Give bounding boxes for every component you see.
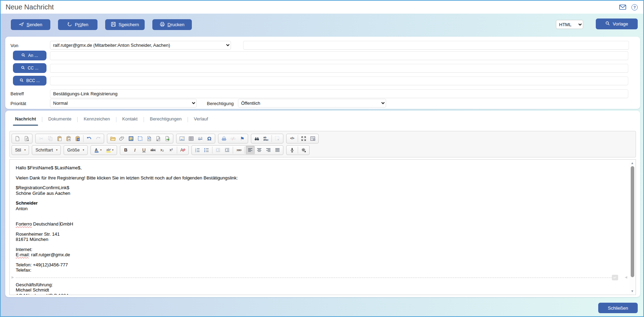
berechtigung-select[interactable]: Öffentlich [238,99,386,108]
mail-icon[interactable] [619,3,627,11]
preview-button[interactable] [22,134,31,143]
speichern-button[interactable]: Speichern [105,19,145,30]
anchor-button[interactable]: ⚑ [238,134,247,143]
vorlage-button[interactable]: Vorlage [596,19,638,29]
tab-dokumente[interactable]: Dokumente [48,114,72,126]
textcolor-button[interactable]: A▾ [92,146,104,154]
new-doc-button[interactable] [13,134,22,143]
an-label: An ... [28,53,38,58]
justify-button[interactable] [273,146,282,154]
text-run: Deutschland [32,221,60,227]
von-select[interactable]: ralf.rutger@gmx.de (Mitarbeiter:Anton Sc… [50,41,231,50]
tab-kontakt[interactable]: Kontakt [122,114,138,126]
undo-button[interactable] [85,134,94,143]
editor-toolbar: ✂AWAΩ⚑ab ⇄ac</> Stil▾Schriftart▾Größe▾A▾… [9,131,636,157]
underline-button[interactable]: U [139,146,149,154]
betreff-label: Betreff [10,91,24,96]
maximize-button[interactable] [299,134,308,143]
bgcolor-button[interactable]: ab▾ [104,146,116,154]
sub-button[interactable]: x₂ [158,146,167,154]
von-label: Von [10,43,18,48]
groesse-dropdown[interactable]: Größe▾ [64,145,87,155]
an-button[interactable]: An ... [13,51,46,60]
removeformat-button[interactable]: A [178,146,187,154]
hrule-button[interactable]: A [196,134,205,143]
find-button[interactable] [252,134,261,143]
prioritaet-select[interactable]: Normal [50,99,197,108]
message-line: 81671 München [16,237,629,242]
bcc-input[interactable] [50,76,628,85]
quote-button[interactable]: ”” [234,146,243,154]
text-run: Vielen Dank für Ihre Registrierung! Bitt… [16,175,238,180]
an-input[interactable] [50,51,628,60]
schriftart-dropdown-label: Schriftart [35,148,53,153]
message-line: Hallo $FirstName$ $LastName$, [16,165,629,171]
align-center-button[interactable] [255,146,264,154]
pruefen-button[interactable]: Prüfen [58,19,97,30]
paste-word-button[interactable]: W [73,134,82,143]
message-line: Schöne Grüße aus Aachen [16,191,629,196]
gear-button[interactable] [299,146,308,154]
toolbar-group: ab ⇄ac [251,134,283,143]
separator-left-arrow-icon: ▶ [12,275,14,279]
tab-kennzeichen[interactable]: Kennzeichen [83,114,110,126]
omega-button[interactable]: Ω [205,134,214,143]
cc-button[interactable]: CC ... [13,63,46,73]
drucken-button[interactable]: Drucken [152,19,192,30]
cc-input[interactable] [50,64,628,73]
link-button[interactable] [219,134,229,143]
format-select[interactable]: HTML [556,20,583,29]
scroll-up-icon[interactable]: ▲ [629,161,635,165]
senden-button[interactable]: Senden [11,19,50,30]
paste-text-button[interactable]: A [64,134,73,143]
schriftart-dropdown[interactable]: Schriftart▾ [32,145,61,155]
align-left-button[interactable] [246,146,255,154]
schliessen-button[interactable]: Schließen [598,303,638,313]
image-button[interactable] [178,134,187,143]
signature-button[interactable] [154,134,163,143]
text-run: Telefax: [16,267,31,273]
export-button[interactable] [163,134,172,143]
betreff-input[interactable] [50,89,628,98]
source-button[interactable]: </> [288,134,297,143]
toolbar-separator [244,147,245,154]
editor-toolbar-row1: ✂AWAΩ⚑ab ⇄ac</> [12,133,634,144]
stil-dropdown[interactable]: Stil▾ [12,145,29,155]
photo-button[interactable] [126,134,136,143]
folder-button[interactable] [108,134,117,143]
bcc-button[interactable]: BCC ... [13,76,46,86]
tab-nachricht[interactable]: Nachricht [14,114,37,126]
paste-button[interactable] [55,134,64,143]
ol-button[interactable]: 123 [193,146,202,154]
table-button[interactable] [187,134,196,143]
von-extra-input[interactable] [243,41,629,50]
tab-berechtigungen[interactable]: Berechtigungen [149,114,182,126]
template-button[interactable] [145,134,154,143]
copy-button [46,134,55,143]
cc-label: CC ... [28,66,38,71]
attach-button[interactable] [117,134,126,143]
ul-button[interactable] [202,146,211,154]
align-right-button[interactable] [264,146,273,154]
tab-verlauf[interactable]: Verlauf [193,114,209,126]
sup-button[interactable]: x² [167,146,176,154]
show-blocks-button[interactable] [308,134,317,143]
text-run: Schneider [16,200,38,206]
return-icon[interactable]: ↵ [612,275,618,280]
editor-scrollbar[interactable]: ▲ ▼ [629,160,635,294]
toolbar-separator [177,147,177,154]
indent-button[interactable] [223,146,232,154]
bold-button[interactable]: B [121,146,130,154]
fitbox-button[interactable] [136,134,145,143]
scrollbar-thumb[interactable] [631,166,634,277]
message-line: Internet: [16,247,629,252]
message-body-editor[interactable]: Hallo $FirstName$ $LastName$,Vielen Dank… [10,160,629,295]
text-run: Forterro [16,221,32,227]
italic-button[interactable]: I [130,146,139,154]
text-run: : ralf.rutger@gmx.de [29,252,70,257]
help-icon[interactable]: ? [631,3,638,11]
scroll-down-icon[interactable]: ▼ [629,289,635,294]
strike-button[interactable]: abc [149,146,158,154]
mic-button[interactable] [288,146,297,154]
replace-button[interactable]: ab ⇄ac [261,134,270,143]
